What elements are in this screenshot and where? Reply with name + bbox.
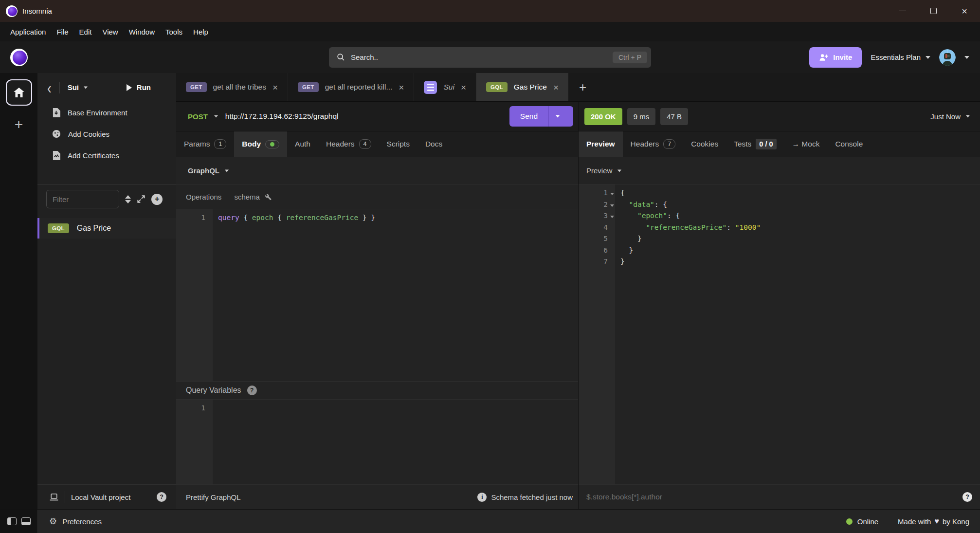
- editor-code[interactable]: { "data": { "epoch": { "referenceGasPric…: [615, 184, 980, 484]
- tab-sui-workspace[interactable]: Sui ×: [414, 73, 476, 101]
- tab-gas-price[interactable]: GQL Gas Price ×: [476, 73, 568, 101]
- maximize-button[interactable]: [918, 0, 949, 22]
- tab-scripts[interactable]: Scripts: [379, 131, 417, 157]
- send-button[interactable]: Send: [509, 106, 573, 127]
- back-chevron-icon[interactable]: ‹: [47, 79, 52, 96]
- plan-selector[interactable]: Essentials Plan: [871, 53, 930, 61]
- token-json-key: "epoch": [637, 212, 667, 220]
- token-keyword: query: [218, 214, 239, 221]
- tab-preview[interactable]: Preview: [579, 131, 623, 157]
- method-label[interactable]: POST: [188, 112, 208, 121]
- made-with-label: Made with: [898, 517, 931, 526]
- close-tab-icon[interactable]: ×: [461, 83, 466, 92]
- close-button[interactable]: ×: [949, 0, 980, 22]
- tab-auth[interactable]: Auth: [287, 131, 318, 157]
- certificate-icon: [52, 151, 60, 160]
- sidebar-item-add-cookies[interactable]: Add Cookies: [37, 123, 176, 145]
- menu-file[interactable]: File: [52, 26, 73, 38]
- sidebar-request-gas-price[interactable]: GQL Gas Price: [37, 218, 176, 239]
- response-meta: 200 OK 9 ms 47 B Just Now: [579, 102, 980, 131]
- editor-code[interactable]: [213, 400, 578, 484]
- send-label[interactable]: Send: [509, 112, 548, 121]
- menu-window[interactable]: Window: [125, 26, 159, 38]
- response-body-viewer[interactable]: 1 2 3 4 5 6 7 { "data": { "epoch": {: [579, 184, 980, 484]
- tab-params[interactable]: Params 1: [176, 131, 234, 157]
- menu-edit[interactable]: Edit: [75, 26, 96, 38]
- chevron-down-icon: [966, 115, 970, 118]
- tab-label: Sui: [443, 83, 454, 92]
- menu-view[interactable]: View: [98, 26, 122, 38]
- line-number: 2: [579, 201, 615, 212]
- prettify-button[interactable]: Prettify GraphQL: [186, 493, 241, 501]
- tab-label: Docs: [425, 140, 442, 148]
- sidebar-item-add-certificates[interactable]: Add Certificates: [37, 145, 176, 166]
- graphql-query-editor[interactable]: 1 query { epoch { referenceGasPrice } }: [176, 209, 578, 381]
- invite-button[interactable]: Invite: [809, 47, 862, 68]
- close-tab-icon[interactable]: ×: [272, 83, 278, 92]
- menu-bar: Application File Edit View Window Tools …: [0, 22, 980, 41]
- schema-menu[interactable]: schema: [234, 193, 272, 201]
- editor-gutter: 1 2 3 4 5 6 7: [579, 184, 615, 484]
- project-label: Local Vault project: [71, 493, 130, 501]
- toggle-sidebar-icon[interactable]: [7, 517, 17, 525]
- menu-tools[interactable]: Tools: [161, 26, 187, 38]
- preview-mode-selector[interactable]: Preview: [579, 157, 980, 184]
- preferences-button[interactable]: ⚙ Preferences: [49, 516, 102, 527]
- new-workspace-button[interactable]: +: [15, 117, 23, 132]
- body-type-selector[interactable]: GraphQL: [176, 157, 578, 184]
- menu-help[interactable]: Help: [189, 26, 213, 38]
- tab-get-all-the-tribes[interactable]: GET get all the tribes ×: [176, 73, 288, 101]
- response-filter-input[interactable]: [586, 493, 962, 501]
- tab-docs[interactable]: Docs: [417, 131, 450, 157]
- sidebar: ‹ Sui Run Base Environment: [37, 73, 176, 509]
- avatar[interactable]: [939, 49, 956, 66]
- fold-icon[interactable]: [610, 216, 614, 218]
- workspace-dropdown[interactable]: Sui: [68, 83, 88, 92]
- url-input[interactable]: http://172.19.194.62:9125/graphql: [225, 112, 339, 121]
- filter-input[interactable]: [46, 190, 119, 208]
- line-number: 1: [579, 189, 615, 201]
- add-request-icon[interactable]: +: [151, 194, 163, 205]
- project-row[interactable]: Local Vault project ?: [37, 484, 176, 509]
- run-button[interactable]: Run: [127, 83, 151, 92]
- tab-label: → Mock: [792, 140, 820, 148]
- editor-code[interactable]: query { epoch { referenceGasPrice } }: [213, 209, 578, 381]
- search-input[interactable]: Search.. Ctrl + P: [329, 47, 651, 68]
- send-options-button[interactable]: [549, 115, 573, 118]
- toggle-bottom-panel-icon[interactable]: [21, 517, 31, 525]
- query-variables-editor[interactable]: 1: [176, 400, 578, 484]
- tab-cookies[interactable]: Cookies: [683, 131, 726, 157]
- help-icon[interactable]: ?: [247, 386, 257, 395]
- tab-label: Body: [242, 140, 261, 148]
- gear-icon: ⚙: [49, 516, 57, 527]
- expand-icon[interactable]: [136, 194, 146, 204]
- tab-label: Params: [184, 140, 210, 148]
- home-button[interactable]: [6, 79, 32, 106]
- close-tab-icon[interactable]: ×: [553, 83, 559, 92]
- line-number: 1: [176, 404, 213, 416]
- method-chevron-down-icon[interactable]: [214, 115, 218, 117]
- sidebar-item-base-environment[interactable]: Base Environment: [37, 102, 176, 123]
- tab-body[interactable]: Body: [234, 131, 287, 157]
- preview-mode-label: Preview: [586, 166, 612, 175]
- response-history-dropdown[interactable]: Just Now: [930, 112, 970, 121]
- tab-label: Auth: [295, 140, 310, 148]
- fold-icon[interactable]: [610, 204, 614, 207]
- fold-icon[interactable]: [610, 193, 614, 195]
- tab-console[interactable]: Console: [827, 131, 871, 157]
- status-bar-rail: [0, 510, 37, 533]
- minimize-button[interactable]: [887, 0, 918, 22]
- tab-tests[interactable]: Tests 0 / 0: [726, 131, 784, 157]
- tab-mock[interactable]: → Mock: [784, 131, 828, 157]
- menu-application[interactable]: Application: [6, 26, 50, 38]
- sort-icon[interactable]: [125, 195, 131, 203]
- new-tab-button[interactable]: +: [568, 73, 597, 101]
- tab-get-all-reported-kills[interactable]: GET get all reported kill... ×: [288, 73, 414, 101]
- close-tab-icon[interactable]: ×: [399, 83, 404, 92]
- tab-response-headers[interactable]: Headers 7: [623, 131, 684, 157]
- token-json-value: "1000": [735, 223, 761, 231]
- help-icon[interactable]: ?: [962, 492, 972, 502]
- account-chevron-down-icon[interactable]: [964, 56, 969, 59]
- help-icon[interactable]: ?: [157, 492, 166, 502]
- tab-headers[interactable]: Headers 4: [318, 131, 379, 157]
